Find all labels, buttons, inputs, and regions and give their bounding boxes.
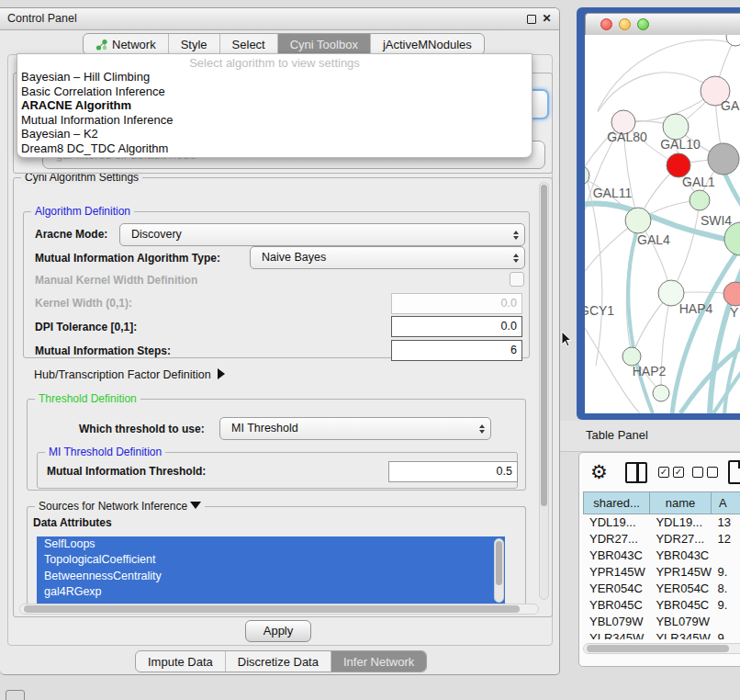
network-node-gal10[interactable] [663, 114, 689, 140]
attribute-item-selfloops[interactable]: SelfLoops [37, 536, 505, 552]
network-canvas[interactable]: GALGAL80GAL10GAL1GAL11SWI4GAL4GCY1HAP4YH… [585, 35, 740, 413]
column-header-name[interactable]: name [649, 491, 711, 514]
network-node[interactable] [726, 35, 740, 46]
aracne-mode-label: Aracne Mode: [35, 228, 107, 241]
deselect-all-icon[interactable] [692, 467, 718, 478]
table-row[interactable]: YBL079WYBL079W [583, 614, 740, 630]
node-label-hap4: HAP4 [679, 301, 713, 316]
table-hscrollbar[interactable] [583, 643, 740, 654]
table-row[interactable]: YDL19...YDL19...13 [583, 514, 740, 531]
column-header-a[interactable]: A [711, 491, 740, 514]
tab-jactivemnodules[interactable]: jActiveMNodules [371, 34, 484, 54]
which-threshold-label: Which threshold to use: [79, 423, 205, 435]
bottom-tabs: Impute DataDiscretize DataInfer Network [135, 650, 427, 672]
mi-type-combo[interactable]: Naive Bayes [250, 246, 525, 269]
network-node[interactable] [653, 385, 669, 401]
algorithm-option-mutual-information-inference[interactable]: Mutual Information Inference [17, 113, 532, 128]
table-cell: YPR145W [649, 564, 711, 581]
control-panel-title: Control Panel [7, 12, 77, 25]
algorithm-option-bayesian-k2[interactable]: Bayesian – K2 [17, 127, 532, 141]
settings-hscrollbar[interactable] [19, 604, 539, 615]
table-panel-card: ⚙ ✓✓ shared...nameA YDL19...YDL19...13YD… [578, 452, 740, 667]
kernel-width-field[interactable]: 0.0 [391, 293, 522, 314]
node-label-gal1: GAL1 [682, 175, 715, 189]
node-label-gal80: GAL80 [607, 130, 647, 144]
tab-infer-network[interactable]: Infer Network [331, 651, 426, 672]
tab-discretize-data[interactable]: Discretize Data [226, 651, 331, 672]
algorithm-option-basic-correlation-inference[interactable]: Basic Correlation Inference [17, 85, 532, 99]
column-header-shared[interactable]: shared... [583, 491, 649, 514]
attribute-item-betweennesscentrality[interactable]: BetweennessCentrality [37, 569, 505, 584]
network-node-gal11[interactable] [585, 165, 589, 186]
mac-minimize-button[interactable] [619, 18, 631, 30]
table-row[interactable]: YPR145WYPR145W9. [583, 564, 740, 581]
node-label-gcy1: GCY1 [585, 303, 614, 318]
mi-threshold-title: MI Threshold Definition [45, 446, 165, 458]
table-row[interactable]: YBR045CYBR045C9. [583, 597, 740, 614]
algorithm-option-aracne-algorithm[interactable]: ARACNE Algorithm [17, 98, 532, 113]
node-label-gal10: GAL10 [660, 137, 701, 152]
algorithm-option-bayesian-hill-climbing[interactable]: Bayesian – Hill Climbing [17, 70, 532, 85]
network-node[interactable] [708, 143, 739, 175]
table-row[interactable]: YBR043CYBR043C [583, 548, 740, 564]
table-row[interactable]: YLR345WYLR345W9. [583, 630, 740, 639]
network-node-y[interactable] [723, 282, 740, 306]
table-cell: 13 [712, 514, 740, 531]
collapse-arrow-icon[interactable] [190, 502, 201, 509]
network-window-titlebar[interactable] [585, 13, 740, 36]
settings-vscrollbar[interactable] [539, 182, 549, 600]
split-columns-icon[interactable] [625, 462, 647, 483]
tab-style[interactable]: Style [169, 34, 220, 54]
gear-icon[interactable]: ⚙ [590, 462, 608, 482]
table-row[interactable]: YDR27...YDR27...12 [583, 531, 740, 548]
table-cell: YBR045C [583, 597, 649, 614]
close-panel-icon[interactable]: ✕ [541, 13, 553, 25]
mac-zoom-button[interactable] [637, 18, 649, 30]
manual-kernel-checkbox[interactable] [510, 272, 524, 287]
which-threshold-combo[interactable]: MI Threshold [219, 417, 491, 440]
tab-impute-data[interactable]: Impute Data [136, 651, 226, 672]
tab-cyni-toolbox[interactable]: Cyni Toolbox [278, 34, 371, 54]
network-node-hap2[interactable] [622, 347, 641, 366]
float-window-icon[interactable] [525, 13, 537, 25]
mac-close-button[interactable] [600, 18, 612, 30]
expand-arrow-icon[interactable] [218, 368, 225, 379]
attributes-scrollbar[interactable] [494, 538, 504, 603]
table-cell: 9. [712, 564, 740, 581]
network-node-gal4[interactable] [625, 208, 651, 233]
threshold-definition-group: Threshold Definition Which threshold to … [27, 399, 526, 491]
network-view-window: GALGAL80GAL10GAL1GAL11SWI4GAL4GCY1HAP4YH… [577, 7, 740, 420]
new-table-icon[interactable] [728, 460, 740, 484]
popup-items: Bayesian – Hill ClimbingBasic Correlatio… [17, 70, 532, 156]
control-panel-titlebar: Control Panel ✕ [0, 8, 559, 30]
data-attributes-list[interactable]: SelfLoopsTopologicalCoefficientBetweenne… [37, 536, 505, 606]
network-node-gal1[interactable] [690, 190, 710, 210]
mi-threshold-group: MI Threshold Definition Mutual Informati… [37, 452, 518, 489]
table-cell: YER054C [649, 581, 711, 597]
node-label-gal11: GAL11 [593, 186, 633, 200]
aracne-mode-value: Discovery [131, 228, 182, 241]
tab-label: Discretize Data [238, 655, 319, 669]
attribute-item-topologicalcoefficient[interactable]: TopologicalCoefficient [37, 552, 505, 568]
aracne-mode-combo[interactable]: Discovery [119, 223, 525, 246]
sources-title[interactable]: Sources for Network Inference [35, 500, 205, 513]
threshold-definition-title: Threshold Definition [35, 392, 140, 405]
mi-threshold-field[interactable]: 0.5 [388, 461, 518, 482]
apply-button[interactable]: Apply [245, 620, 311, 642]
minimized-panel-icon[interactable] [6, 690, 25, 700]
algorithm-option-dream8-dc-tdc-algorithm[interactable]: Dream8 DC_TDC Algorithm [17, 141, 532, 156]
table-cell: YLR345W [649, 630, 711, 639]
network-edge [671, 200, 700, 293]
tab-network[interactable]: Network [84, 34, 169, 54]
select-all-icon[interactable]: ✓✓ [658, 467, 684, 478]
dpi-tolerance-field[interactable]: 0.0 [391, 316, 522, 337]
attribute-item-gal4rgexp[interactable]: gal4RGexp [37, 584, 505, 600]
mi-steps-field[interactable]: 6 [391, 340, 522, 361]
hub-definition-label[interactable]: Hub/Transcription Factor Definition [34, 368, 225, 381]
tab-select[interactable]: Select [220, 34, 278, 54]
sources-title-text: Sources for Network Inference [39, 500, 187, 513]
table-cell: YER054C [583, 581, 649, 597]
table-row[interactable]: YER054CYER054C8. [583, 581, 740, 597]
stepper-icon [513, 247, 519, 268]
network-graph: GALGAL80GAL10GAL1GAL11SWI4GAL4GCY1HAP4YH… [585, 35, 740, 413]
